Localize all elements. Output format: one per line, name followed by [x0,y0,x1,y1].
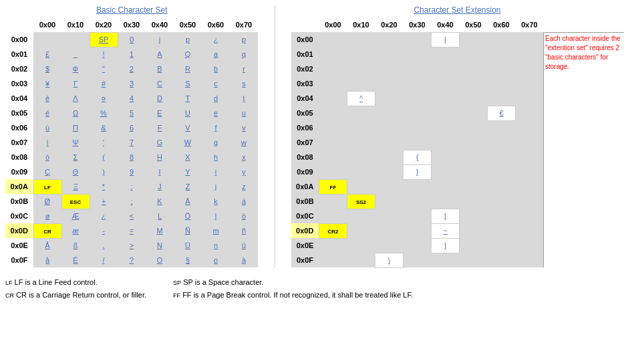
ext-cell-0c-70 [516,209,544,223]
ext-cell-0d-00: CR2 [319,223,347,238]
ext-cell-0b-60 [488,194,516,209]
row-0x0d: 0x0D [5,223,33,238]
ext-cell-02-70 [516,62,544,76]
cell-06-20: & [90,120,118,135]
cell-01-60: a [202,47,230,62]
ext-cell-0a-70 [516,179,544,194]
cell-03-50: S [174,76,202,91]
ext-cell-0f-30 [404,253,432,267]
ext-cell-05-00 [319,106,347,120]
cell-0e-40: N [146,238,174,253]
ext-row-0x09: 0x09 [291,164,319,179]
cell-0d-60: m [202,223,230,238]
ext-cell-08-50 [460,150,488,164]
basic-title: Basic Character Set [5,5,259,15]
ext-note-col [544,17,624,32]
ext-cell-00-00 [319,32,347,47]
ext-cell-02-60 [488,62,516,76]
ext-cell-05-50 [460,106,488,120]
ext-cell-09-30: } [404,164,432,179]
ext-cell-04-60 [488,91,516,106]
ext-cell-04-40 [432,91,460,106]
row-0x08: 0x08 [5,150,33,164]
cell-0b-50: Ä [174,194,202,209]
cell-05-50: U [174,106,202,120]
cell-0e-60: n [202,238,230,253]
ext-cell-0e-70 [516,238,544,253]
cell-0a-20: * [90,179,118,194]
ext-red-note-cell: Each character inside the"extention set"… [544,32,624,91]
cell-04-00: è [33,91,61,106]
ext-cell-09-20 [375,164,404,179]
col-0x50: 0x50 [174,17,202,32]
cell-07-50: W [174,135,202,150]
cell-03-10: Γ [61,76,90,91]
cell-0a-60: j [202,179,230,194]
ext-cell-04-50 [460,91,488,106]
cell-04-20: ¤ [90,91,118,106]
ext-cell-0c-40: [ [432,209,460,223]
cell-06-40: F [146,120,174,135]
ext-cell-08-40 [432,150,460,164]
cell-0a-10: Ξ [61,179,90,194]
ext-cell-07-30 [404,135,432,150]
ext-cell-05-60: € [488,106,516,120]
ext-cell-05-20 [375,106,404,120]
ext-cell-0f-20: \ [375,253,404,267]
row-0x0f: 0x0F [5,253,33,267]
cell-00-70: p [230,32,258,47]
ext-row-0x08: 0x08 [291,150,319,164]
ext-cell-0b-30 [404,194,432,209]
cell-04-60: d [202,91,230,106]
ext-cell-0c-20 [375,209,404,223]
ext-cell-05-70 [516,106,544,120]
ext-cell-08-10 [347,150,375,164]
col-0x40: 0x40 [146,17,174,32]
ext-cell-00-40: | [432,32,460,47]
ext-cell-04-20 [375,91,404,106]
ext-cell-08-60 [488,150,516,164]
ext-cell-0a-60 [488,179,516,194]
sp-abbr: SP [173,279,181,286]
ext-row-0x0e: 0x0E [291,238,319,253]
col-0x10: 0x10 [61,17,90,32]
cell-0f-40: O [146,253,174,267]
cell-03-70: s [230,76,258,91]
cell-05-00: é [33,106,61,120]
ext-cell-0c-60 [488,209,516,223]
ext-col-0x70: 0x70 [516,17,544,32]
ext-cell-0a-30 [404,179,432,194]
cell-0a-30: : [118,179,146,194]
ext-cell-01-00 [319,47,347,62]
ff-abbr: FF [173,292,180,299]
cell-04-30: 4 [118,91,146,106]
cell-0c-50: Ö [174,209,202,223]
cell-05-10: Ω [61,106,90,120]
cell-06-30: 6 [118,120,146,135]
lf-footnote: LF LF is a Line Feed control. [5,276,146,290]
cell-0b-00: Ø [33,194,61,209]
ext-cell-0d-60 [488,223,516,238]
ext-cell-00-50 [460,32,488,47]
cell-09-50: Y [174,164,202,179]
ext-cell-06-40 [432,120,460,135]
ext-cell-02-40 [432,62,460,76]
cell-0c-10: Æ [61,209,90,223]
ext-col-0x60: 0x60 [488,17,516,32]
ext-cell-04-00 [319,91,347,106]
ext-cell-0e-10 [347,238,375,253]
ext-cell-06-50 [460,120,488,135]
cell-08-50: X [174,150,202,164]
cell-03-30: 3 [118,76,146,91]
row-0x0a: 0x0A [5,179,33,194]
ext-cell-0c-10 [347,209,375,223]
ext-cell-03-00 [319,76,347,91]
cell-03-00: ¥ [33,76,61,91]
ext-cell-01-60 [488,47,516,62]
ext-cell-06-20 [375,120,404,135]
ext-row-0x03: 0x03 [291,76,319,91]
col-0x20: 0x20 [90,17,118,32]
ext-row-0x07: 0x07 [291,135,319,150]
cell-00-60: ¿ [202,32,230,47]
ext-cell-0e-40: ] [432,238,460,253]
